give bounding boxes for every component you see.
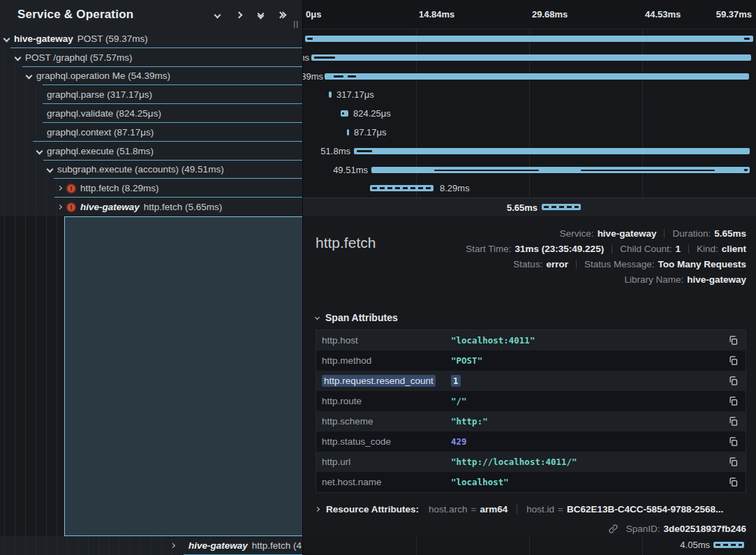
tree-row-http-fetch-8ms[interactable]: ! http.fetch (8.29ms) (0, 179, 302, 198)
chevron-down-icon[interactable] (15, 54, 22, 61)
tree-row-post-graphql[interactable]: POST /graphql (57.57ms) (0, 48, 302, 67)
chevron-down-icon[interactable] (47, 166, 54, 173)
axis-tick: 59.37ms (716, 9, 752, 20)
duration-label: 57.57ms (303, 52, 309, 63)
attribute-key: http.scheme (322, 416, 451, 427)
kind-value: client (722, 244, 746, 254)
span-bar[interactable] (371, 167, 750, 173)
timeline-row[interactable]: 824.25μs (303, 104, 756, 123)
duration-label: 824.25μs (353, 108, 391, 119)
attribute-row: http.status_code 429 (316, 431, 746, 452)
tree-row-graphql-context[interactable]: graphql.context (87.17μs) (0, 123, 302, 142)
attribute-row: http.method "POST" (316, 350, 746, 371)
attribute-key: http.method (322, 355, 451, 366)
chevron-down-icon[interactable] (3, 35, 10, 42)
span-bar[interactable] (713, 542, 744, 548)
copy-icon[interactable] (723, 396, 739, 407)
timeline-row[interactable]: 57.57ms (303, 48, 756, 67)
timeline-row[interactable]: 4.05ms (303, 535, 756, 554)
span-bar[interactable] (341, 110, 348, 117)
resource-attributes-row[interactable]: Resource Attributes: host.arch=arm64 hos… (316, 501, 746, 518)
indent-guides (0, 142, 37, 161)
attribute-value: "POST" (451, 355, 723, 366)
tree-row-graphql-parse[interactable]: graphql.parse (317.17μs) (0, 85, 302, 104)
span-detail-panel: http.fetch Service:hive-gatewayDuration:… (303, 216, 756, 535)
tree-row-graphql-operation[interactable]: graphql.operation Me (54.39ms) (0, 67, 302, 86)
selected-span-region[interactable] (64, 216, 302, 536)
timeline-row-selected[interactable]: 5.65ms (303, 198, 756, 216)
span-name: graphql.operation Me (54.39ms) (36, 71, 170, 81)
attribute-value: "/" (451, 396, 723, 406)
tree-filler (0, 216, 302, 536)
indent-guides (0, 48, 15, 67)
tree-row-http-fetch-4ms[interactable]: hive-gateway http.fetch (4.05ms) (0, 536, 302, 555)
indent-guides (0, 536, 180, 555)
span-title: http.fetch (316, 226, 376, 293)
timeline-row[interactable]: 51.8ms (303, 142, 756, 161)
panel-resize-handle[interactable]: || (293, 20, 299, 28)
timeline-row[interactable]: 8.29ms (303, 179, 756, 198)
meta-line-1: Service:hive-gatewayDuration:5.65ms (466, 226, 746, 242)
chevron-right-icon[interactable] (57, 186, 62, 191)
expand-one-icon[interactable] (237, 13, 242, 17)
span-bar[interactable] (347, 129, 349, 135)
span-service: hive-gateway (14, 34, 73, 44)
span-name: graphql.execute (51.8ms) (47, 146, 154, 156)
span-name: http.fetch (8.29ms) (80, 183, 159, 193)
attribute-key: http.request.resend_count (322, 376, 451, 386)
span-bar[interactable] (305, 36, 753, 42)
attribute-row: http.scheme "http:" (316, 411, 746, 431)
span-bar[interactable] (325, 73, 749, 80)
tree-row-http-fetch-5ms-selected[interactable]: ! hive-gateway http.fetch (5.65ms) (0, 198, 302, 216)
trace-viewer: Service & Operation || hive-gateway POST… (0, 0, 756, 555)
start-time-value: 31ms (23:35:49.225) (515, 244, 605, 254)
indent-guides (0, 85, 42, 104)
chevron-down-icon[interactable] (26, 73, 33, 80)
chevron-down-icon[interactable] (36, 147, 43, 154)
copy-icon[interactable] (723, 335, 739, 346)
link-icon[interactable] (608, 524, 618, 534)
duration-label: 5.65ms (507, 202, 538, 213)
copy-icon[interactable] (723, 355, 739, 367)
span-bar[interactable] (542, 204, 581, 210)
span-bar[interactable] (329, 91, 332, 98)
timeline-row[interactable] (303, 29, 756, 48)
timeline-row[interactable]: 49.51ms (303, 161, 756, 179)
timeline-row[interactable]: 87.17μs (303, 123, 756, 142)
collapse-one-icon[interactable] (215, 13, 220, 17)
collapse-all-icon[interactable] (258, 11, 263, 18)
duration-label: 317.17μs (336, 89, 374, 100)
child-count-value: 1 (675, 244, 681, 254)
copy-icon[interactable] (723, 436, 739, 447)
tree-row-graphql-validate[interactable]: graphql.validate (824.25μs) (0, 104, 302, 123)
span-service: hive-gateway (80, 202, 140, 212)
span-bar[interactable] (354, 148, 750, 154)
timeline-row[interactable]: 54.39ms (303, 67, 756, 86)
span-bar[interactable] (370, 185, 433, 191)
span-name: POST (59.37ms) (77, 34, 148, 44)
copy-icon[interactable] (723, 416, 739, 427)
tree-row-graphql-execute[interactable]: graphql.execute (51.8ms) (0, 142, 302, 161)
copy-icon[interactable] (723, 457, 739, 468)
timeline-row[interactable]: 317.17μs (303, 85, 756, 104)
chevron-right-icon[interactable] (57, 205, 62, 209)
span-id-value: 3de02518937fb246 (663, 524, 746, 534)
copy-icon[interactable] (723, 376, 739, 387)
tree-row-hive-gateway-post[interactable]: hive-gateway POST (59.37ms) (0, 29, 302, 48)
copy-icon[interactable] (723, 477, 739, 488)
tree-row-subgraph-execute[interactable]: subgraph.execute (accounts) (49.51ms) (0, 161, 302, 179)
service-operation-panel: Service & Operation || hive-gateway POST… (0, 0, 303, 555)
attribute-value: 1 (451, 376, 723, 386)
service-value: hive-gateway (598, 228, 657, 239)
expand-all-icon[interactable] (280, 13, 286, 17)
span-attributes-header[interactable]: Span Attributes (316, 310, 746, 325)
span-bar[interactable] (311, 54, 751, 61)
error-icon: ! (66, 202, 76, 212)
span-name: http.fetch (4.05ms) (252, 540, 302, 551)
attribute-key: http.route (322, 396, 451, 406)
span-name: graphql.context (87.17μs) (47, 127, 154, 138)
left-panel-header: Service & Operation || (0, 0, 302, 29)
attribute-key: http.status_code (322, 436, 451, 447)
indent-guides (0, 67, 27, 86)
status-value: error (546, 259, 568, 269)
